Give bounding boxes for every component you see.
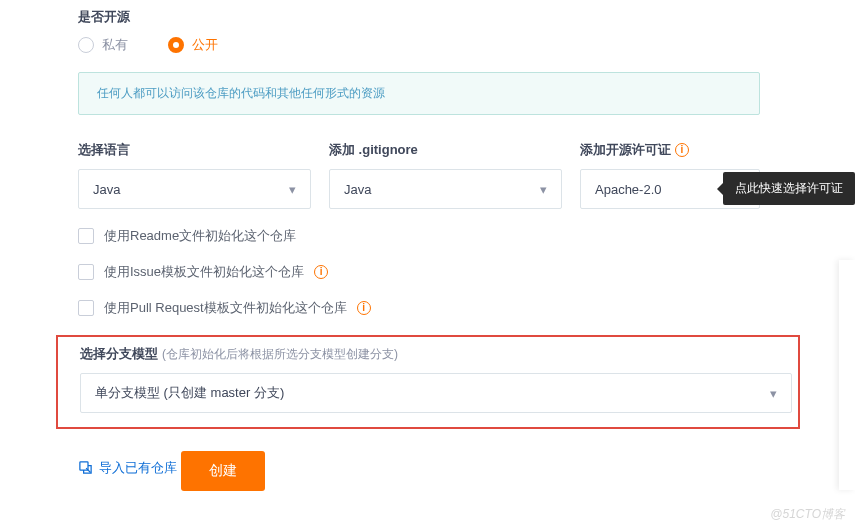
chevron-down-icon: ▾ bbox=[540, 182, 547, 197]
chevron-down-icon: ▾ bbox=[289, 182, 296, 197]
init-readme-label: 使用Readme文件初始化这个仓库 bbox=[104, 227, 296, 245]
license-tooltip: 点此快速选择许可证 bbox=[723, 172, 855, 205]
info-icon[interactable]: i bbox=[314, 265, 328, 279]
radio-label: 公开 bbox=[192, 36, 218, 54]
visibility-option-public[interactable]: 公开 bbox=[168, 36, 218, 54]
info-icon[interactable]: i bbox=[357, 301, 371, 315]
branch-model-value: 单分支模型 (只创建 master 分支) bbox=[95, 384, 284, 402]
init-pr-label: 使用Pull Request模板文件初始化这个仓库 bbox=[104, 299, 347, 317]
branch-model-select[interactable]: 单分支模型 (只创建 master 分支) ▾ bbox=[80, 373, 792, 413]
language-field: 选择语言 Java ▾ bbox=[78, 141, 311, 209]
checkbox-icon bbox=[78, 264, 94, 280]
init-readme-option[interactable]: 使用Readme文件初始化这个仓库 bbox=[78, 227, 760, 245]
language-value: Java bbox=[93, 182, 120, 197]
radio-icon bbox=[168, 37, 184, 53]
visibility-options: 私有 公开 bbox=[78, 36, 760, 54]
init-issue-option[interactable]: 使用Issue模板文件初始化这个仓库 i bbox=[78, 263, 760, 281]
init-pr-option[interactable]: 使用Pull Request模板文件初始化这个仓库 i bbox=[78, 299, 760, 317]
license-label-text: 添加开源许可证 bbox=[580, 141, 671, 159]
branch-model-highlight: 选择分支模型 (仓库初始化后将根据所选分支模型创建分支) 单分支模型 (只创建 … bbox=[56, 335, 800, 429]
watermark: @51CTO博客 bbox=[770, 506, 845, 523]
branch-model-label-text: 选择分支模型 bbox=[80, 345, 158, 363]
radio-icon bbox=[78, 37, 94, 53]
visibility-title: 是否开源 bbox=[78, 8, 760, 26]
checkbox-icon bbox=[78, 228, 94, 244]
gitignore-label: 添加 .gitignore bbox=[329, 141, 562, 159]
branch-model-hint: (仓库初始化后将根据所选分支模型创建分支) bbox=[162, 346, 398, 363]
chevron-down-icon: ▾ bbox=[770, 386, 777, 401]
license-label: 添加开源许可证 i bbox=[580, 141, 760, 159]
gitignore-value: Java bbox=[344, 182, 371, 197]
license-value: Apache-2.0 bbox=[595, 182, 662, 197]
gitignore-select[interactable]: Java ▾ bbox=[329, 169, 562, 209]
gitignore-field: 添加 .gitignore Java ▾ bbox=[329, 141, 562, 209]
right-panel-edge bbox=[839, 260, 855, 490]
import-link-text: 导入已有仓库 bbox=[99, 459, 177, 477]
branch-model-label: 选择分支模型 (仓库初始化后将根据所选分支模型创建分支) bbox=[80, 345, 792, 363]
create-button[interactable]: 创建 bbox=[181, 451, 265, 491]
language-label: 选择语言 bbox=[78, 141, 311, 159]
visibility-option-private[interactable]: 私有 bbox=[78, 36, 128, 54]
import-icon bbox=[78, 460, 93, 475]
init-issue-label: 使用Issue模板文件初始化这个仓库 bbox=[104, 263, 304, 281]
info-icon[interactable]: i bbox=[675, 143, 689, 157]
checkbox-icon bbox=[78, 300, 94, 316]
radio-label: 私有 bbox=[102, 36, 128, 54]
import-existing-repo-link[interactable]: 导入已有仓库 bbox=[78, 459, 177, 477]
visibility-notice: 任何人都可以访问该仓库的代码和其他任何形式的资源 bbox=[78, 72, 760, 115]
language-select[interactable]: Java ▾ bbox=[78, 169, 311, 209]
